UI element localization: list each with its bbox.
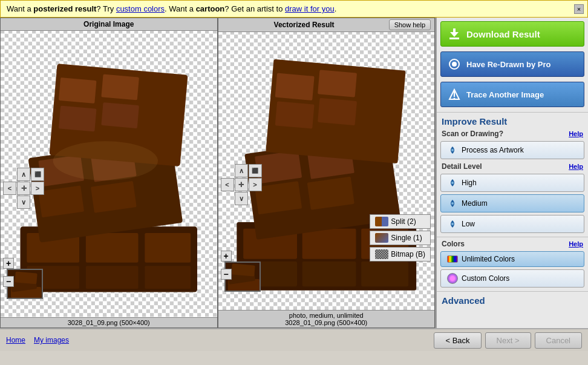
scan-subtitle-label: Scan or Drawing? bbox=[442, 130, 503, 138]
improve-section-title: Improve Result bbox=[437, 112, 588, 128]
custom-colors-label: Custom Colors bbox=[462, 274, 509, 283]
back-button[interactable]: < Back bbox=[434, 332, 481, 349]
vectorized-title: Vectorized Result bbox=[221, 19, 388, 31]
cancel-button[interactable]: Cancel bbox=[535, 332, 582, 349]
detail-medium-icon bbox=[447, 198, 458, 209]
banner-draw-link[interactable]: draw it for you bbox=[285, 4, 335, 13]
nav-zoom-in-btn[interactable]: ⬛ bbox=[31, 168, 44, 181]
banner-cartoon: cartoon bbox=[196, 4, 225, 13]
detail-medium-button[interactable]: Medium bbox=[440, 194, 584, 212]
svg-rect-22 bbox=[101, 102, 139, 128]
unlimited-colors-button[interactable]: Unlimited Colors bbox=[440, 251, 584, 267]
original-caption: 3028_01_09.png (500×400) bbox=[1, 317, 217, 327]
redraw-icon bbox=[447, 57, 462, 71]
nav-down-btn[interactable]: ∨ bbox=[17, 196, 30, 209]
info-banner: Want a posterized result? Try custom col… bbox=[0, 0, 588, 18]
colors-subtitle-row: Colors Help bbox=[437, 237, 588, 250]
original-title: Original Image bbox=[1, 18, 217, 31]
vec-nav-center-btn[interactable]: ✛ bbox=[235, 178, 248, 191]
svg-marker-55 bbox=[450, 32, 459, 37]
banner-text: Want a posterized result? Try custom col… bbox=[7, 4, 336, 13]
colors-help-link[interactable]: Help bbox=[569, 240, 583, 248]
scan-help-link[interactable]: Help bbox=[569, 130, 583, 137]
next-button: Next > bbox=[485, 332, 531, 349]
show-help-button[interactable]: Show help bbox=[389, 19, 431, 30]
vectorized-nav-cluster: ∧ ⬛ < ✛ > ∨ bbox=[221, 164, 262, 205]
nav-up-btn[interactable]: ∧ bbox=[17, 168, 30, 181]
download-icon bbox=[447, 27, 462, 41]
svg-rect-39 bbox=[302, 261, 356, 286]
download-label: Download Result bbox=[466, 29, 540, 39]
trace-icon bbox=[447, 87, 462, 102]
svg-rect-12 bbox=[145, 266, 191, 289]
scan-subtitle-row: Scan or Drawing? Help bbox=[437, 128, 588, 140]
bitmap-label: Bitmap (B) bbox=[391, 250, 425, 258]
custom-colors-button[interactable]: Custom Colors bbox=[440, 269, 584, 288]
process-artwork-button[interactable]: Process as Artwork bbox=[440, 141, 584, 159]
vec-nav-zoom-btn[interactable]: ⬛ bbox=[249, 164, 262, 177]
detail-low-icon bbox=[447, 219, 458, 229]
svg-rect-47 bbox=[275, 73, 314, 100]
vec-zoom-minus-btn[interactable]: − bbox=[221, 269, 232, 280]
detail-medium-label: Medium bbox=[462, 199, 488, 208]
vector-mode-buttons: Split (2) Single (1) Bitmap (B) bbox=[370, 214, 431, 261]
custom-colors-icon bbox=[447, 273, 458, 284]
unlimited-colors-icon bbox=[447, 255, 458, 263]
svg-rect-9 bbox=[145, 233, 191, 263]
process-icon bbox=[447, 145, 458, 156]
vectorized-image-area: ∧ ⬛ < ✛ > ∨ + − bbox=[218, 32, 435, 310]
svg-rect-50 bbox=[318, 98, 357, 125]
detail-help-link[interactable]: Help bbox=[569, 163, 583, 170]
svg-rect-21 bbox=[59, 106, 97, 132]
svg-point-64 bbox=[451, 182, 454, 184]
vec-zoom-plus-btn[interactable]: + bbox=[221, 251, 232, 261]
vec-nav-down-btn[interactable]: ∨ bbox=[235, 192, 248, 205]
svg-rect-11 bbox=[86, 266, 139, 289]
detail-low-button[interactable]: Low bbox=[440, 215, 584, 233]
svg-point-66 bbox=[451, 223, 454, 225]
single-label: Single (1) bbox=[391, 234, 422, 242]
nav-right-btn[interactable]: > bbox=[31, 182, 44, 195]
single-button[interactable]: Single (1) bbox=[370, 231, 431, 245]
detail-low-label: Low bbox=[462, 220, 475, 228]
bottom-bar: Home My images < Back Next > Cancel bbox=[0, 328, 588, 351]
trace-another-button[interactable]: Trace Another Image bbox=[440, 82, 584, 107]
redraw-button[interactable]: Have Re-Drawn by Pro bbox=[440, 51, 584, 77]
advanced-section-title: Advanced bbox=[437, 291, 588, 307]
split-button[interactable]: Split (2) bbox=[370, 214, 431, 229]
left-panel: Original Image bbox=[0, 18, 436, 328]
nav-left-btn[interactable]: < bbox=[3, 182, 16, 195]
nav-center-btn[interactable]: ✛ bbox=[17, 182, 30, 195]
vec-nav-right-btn[interactable]: > bbox=[249, 178, 262, 191]
unlimited-colors-label: Unlimited Colors bbox=[462, 255, 515, 263]
split-label: Split (2) bbox=[391, 217, 416, 226]
redraw-label: Have Re-Drawn by Pro bbox=[466, 60, 550, 69]
detail-subtitle-label: Detail Level bbox=[442, 162, 482, 171]
main-container: Original Image bbox=[0, 18, 588, 328]
original-image-panel: Original Image bbox=[0, 18, 218, 328]
svg-rect-57 bbox=[449, 38, 459, 39]
banner-close-button[interactable]: × bbox=[574, 4, 584, 14]
svg-rect-20 bbox=[101, 74, 139, 100]
single-icon bbox=[375, 233, 388, 243]
svg-point-65 bbox=[451, 202, 454, 205]
bitmap-button[interactable]: Bitmap (B) bbox=[370, 247, 431, 261]
svg-rect-49 bbox=[275, 101, 314, 128]
download-button[interactable]: Download Result bbox=[440, 21, 584, 47]
original-image-area: ∧ ⬛ < ✛ > ∨ + − bbox=[1, 31, 217, 317]
zoom-plus-btn[interactable]: + bbox=[3, 258, 14, 269]
banner-custom-colors-link[interactable]: custom colors bbox=[116, 4, 165, 13]
banner-posterized: posterized result bbox=[33, 4, 96, 13]
colors-subtitle-label: Colors bbox=[442, 240, 465, 248]
bitmap-icon bbox=[375, 249, 388, 259]
svg-rect-40 bbox=[361, 261, 408, 286]
zoom-minus-btn[interactable]: − bbox=[3, 276, 14, 287]
home-link[interactable]: Home bbox=[6, 336, 25, 344]
vec-nav-up-btn[interactable]: ∧ bbox=[235, 164, 248, 177]
svg-point-23 bbox=[53, 141, 158, 180]
right-panel: Download Result Have Re-Drawn by Pro bbox=[436, 18, 588, 328]
my-images-link[interactable]: My images bbox=[34, 336, 69, 344]
svg-rect-36 bbox=[302, 229, 356, 259]
vec-nav-left-btn[interactable]: < bbox=[221, 178, 234, 191]
detail-high-button[interactable]: High bbox=[440, 174, 584, 192]
